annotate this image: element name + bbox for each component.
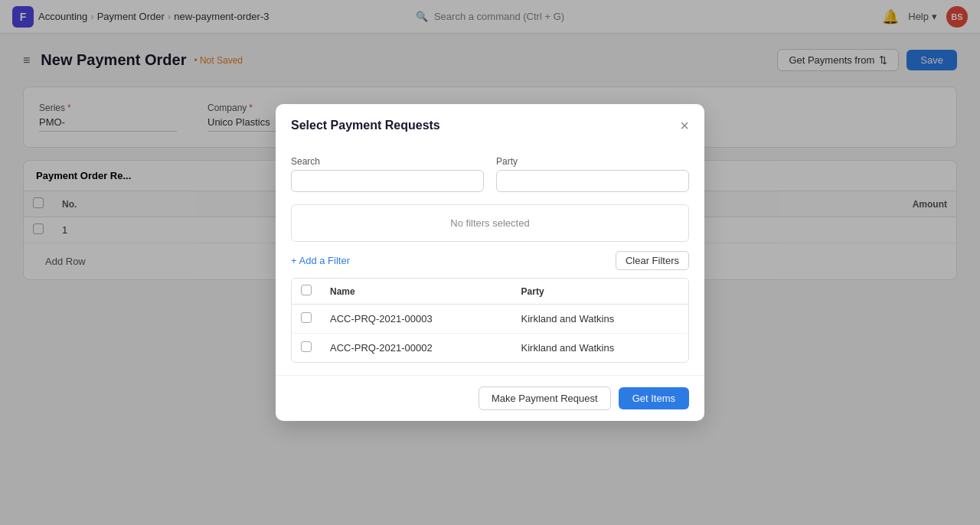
row-check-cell: [292, 305, 321, 334]
results-col-check: [292, 279, 321, 305]
row-checkbox[interactable]: [301, 312, 312, 323]
get-items-button[interactable]: Get Items: [619, 387, 689, 409]
modal-title: Select Payment Requests: [291, 119, 440, 132]
row-checkbox[interactable]: [301, 341, 312, 352]
modal-footer: Make Payment Request Get Items: [276, 375, 704, 421]
filter-actions: + Add a Filter Clear Filters: [291, 251, 689, 270]
row-party-cell: Kirkland and Watkins: [512, 305, 688, 334]
search-filter-label: Search: [291, 156, 484, 167]
clear-filters-button[interactable]: Clear Filters: [616, 251, 689, 270]
row-check-cell: [292, 334, 321, 363]
modal-overlay[interactable]: Select Payment Requests × Search Party N…: [0, 0, 980, 525]
no-filters-area: No filters selected: [291, 204, 689, 242]
results-header-row: Name Party: [292, 279, 688, 305]
results-table-row: ACC-PRQ-2021-00003 Kirkland and Watkins: [292, 305, 688, 334]
search-filter-group: Search: [291, 156, 484, 192]
results-table-row: ACC-PRQ-2021-00002 Kirkland and Watkins: [292, 334, 688, 363]
select-payment-requests-modal: Select Payment Requests × Search Party N…: [276, 104, 704, 421]
results-col-party: Party: [512, 279, 688, 305]
results-table: Name Party ACC-PRQ-2021-00003 Kirkland a…: [292, 279, 688, 362]
modal-body: Search Party No filters selected + Add a…: [276, 144, 704, 375]
no-filters-text: No filters selected: [450, 217, 529, 229]
row-party-cell: Kirkland and Watkins: [512, 334, 688, 363]
results-header-checkbox[interactable]: [301, 285, 312, 295]
row-name-cell[interactable]: ACC-PRQ-2021-00002: [321, 334, 512, 363]
party-filter-label: Party: [496, 156, 689, 167]
search-input[interactable]: [291, 170, 484, 192]
add-filter-button[interactable]: + Add a Filter: [291, 255, 350, 266]
party-input[interactable]: [496, 170, 689, 192]
row-name-cell[interactable]: ACC-PRQ-2021-00003: [321, 305, 512, 334]
party-filter-group: Party: [496, 156, 689, 192]
filter-row: Search Party: [291, 156, 689, 192]
results-col-name: Name: [321, 279, 512, 305]
results-table-wrap: Name Party ACC-PRQ-2021-00003 Kirkland a…: [291, 278, 689, 363]
modal-close-button[interactable]: ×: [680, 118, 689, 133]
make-payment-request-button[interactable]: Make Payment Request: [479, 386, 611, 410]
modal-header: Select Payment Requests ×: [276, 104, 704, 144]
